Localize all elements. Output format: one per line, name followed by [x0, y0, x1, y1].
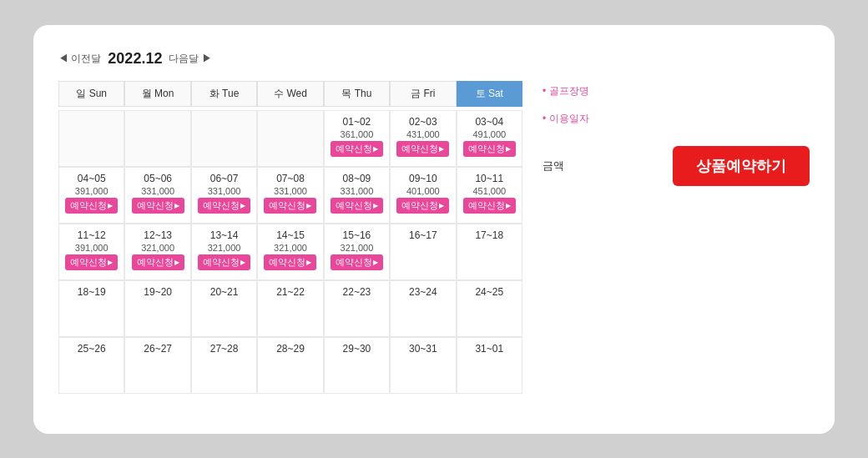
date-range: 13~14: [210, 229, 239, 241]
cal-cell: [124, 110, 190, 167]
date-range: 01~02: [343, 116, 371, 128]
cal-cell: 29~30: [324, 337, 390, 394]
golf-label: 골프장명: [542, 84, 589, 98]
main-card: ◀ 이전달 2022.12 다음달 ▶ 일 Sun 월 Mon 화 Tue 수 …: [33, 25, 835, 434]
date-range: 04~05: [78, 173, 106, 184]
cal-cell: 13~14321,000예약신청: [191, 224, 257, 280]
date-range: 19~20: [144, 286, 172, 298]
booking-btn[interactable]: 예약신청: [65, 254, 118, 270]
date-range: 22~23: [343, 286, 371, 298]
cal-cell: 23~24: [390, 280, 456, 337]
cal-cell: 27~28: [191, 337, 257, 394]
date-range: 10~11: [475, 173, 503, 184]
price: 451,000: [472, 186, 506, 196]
booking-btn[interactable]: 예약신청: [132, 254, 184, 270]
cal-cell: 04~05391,000예약신청: [58, 167, 124, 224]
price: 391,000: [75, 186, 108, 196]
book-btn[interactable]: 상품예약하기: [673, 146, 810, 186]
cal-cell: 26~27: [124, 337, 190, 394]
day-tue: 화 Tue: [191, 81, 257, 107]
cal-cell: 19~20: [124, 280, 190, 337]
month-title: 2022.12: [108, 50, 162, 68]
user-label: 이용일자: [542, 112, 589, 126]
booking-btn[interactable]: 예약신청: [396, 141, 449, 157]
date-range: 07~08: [276, 173, 305, 184]
date-range: 12~13: [144, 229, 172, 241]
cal-cell: 03~04491,000예약신청: [457, 110, 522, 167]
date-range: 06~07: [210, 173, 239, 184]
date-range: 14~15: [276, 229, 305, 241]
date-range: 05~06: [144, 173, 172, 184]
date-range: 23~24: [409, 286, 437, 298]
cal-cell: 24~25: [457, 280, 522, 337]
date-range: 21~22: [276, 286, 305, 298]
cal-cell: 18~19: [58, 280, 124, 337]
cal-cell: 06~07331,000예약신청: [191, 167, 257, 224]
cal-cell: 17~18: [457, 224, 522, 280]
cal-cell: 12~13321,000예약신청: [124, 224, 190, 280]
cal-cell: 25~26: [58, 337, 124, 394]
cal-cell: 02~03431,000예약신청: [390, 110, 456, 167]
cal-cell: 20~21: [191, 280, 257, 337]
day-headers: 일 Sun 월 Mon 화 Tue 수 Wed 목 Thu 금 Fri 토 Sa…: [58, 81, 522, 107]
date-range: 03~04: [475, 116, 503, 128]
booking-btn[interactable]: 예약신청: [198, 198, 250, 214]
cal-cell: 21~22: [257, 280, 323, 337]
price: 491,000: [472, 129, 506, 139]
side-panel: 골프장명 이용일자 금액 상품예약하기: [542, 81, 810, 409]
day-sun: 일 Sun: [58, 81, 124, 107]
price: 401,000: [406, 186, 440, 196]
amount-label: 금액: [542, 159, 576, 174]
date-range: 18~19: [78, 286, 106, 298]
booking-btn[interactable]: 예약신청: [396, 198, 449, 214]
booking-btn[interactable]: 예약신청: [65, 198, 118, 214]
calendar-section: 일 Sun 월 Mon 화 Tue 수 Wed 목 Thu 금 Fri 토 Sa…: [58, 81, 522, 409]
price: 331,000: [208, 186, 241, 196]
date-range: 15~16: [343, 229, 371, 241]
date-range: 08~09: [343, 173, 371, 184]
cal-cell: 01~02361,000예약신청: [324, 110, 390, 167]
date-range: 26~27: [144, 343, 172, 355]
price: 361,000: [341, 129, 374, 139]
cal-cell: 28~29: [257, 337, 323, 394]
booking-btn[interactable]: 예약신청: [463, 141, 516, 157]
cal-cell: 22~23: [324, 280, 390, 337]
date-range: 16~17: [409, 229, 437, 241]
cal-cell: 15~16321,000예약신청: [324, 224, 390, 280]
cal-cell: 07~08331,000예약신청: [257, 167, 323, 224]
price: 321,000: [208, 243, 241, 253]
booking-btn[interactable]: 예약신청: [331, 254, 383, 270]
booking-btn[interactable]: 예약신청: [264, 254, 316, 270]
user-row: 이용일자: [542, 112, 810, 126]
cal-cell: 09~10401,000예약신청: [390, 167, 456, 224]
price: 331,000: [274, 186, 307, 196]
price: 321,000: [141, 243, 174, 253]
date-range: 27~28: [210, 343, 239, 355]
main-content: 일 Sun 월 Mon 화 Tue 수 Wed 목 Thu 금 Fri 토 Sa…: [58, 81, 810, 409]
amount-row: 금액 상품예약하기: [542, 146, 810, 186]
cal-cell: 14~15321,000예약신청: [257, 224, 323, 280]
top-nav: ◀ 이전달 2022.12 다음달 ▶: [58, 50, 810, 68]
booking-btn[interactable]: 예약신청: [198, 254, 250, 270]
booking-btn[interactable]: 예약신청: [132, 198, 184, 214]
price: 321,000: [341, 243, 374, 253]
price: 331,000: [141, 186, 174, 196]
day-mon: 월 Mon: [124, 81, 190, 107]
booking-btn[interactable]: 예약신청: [331, 141, 383, 157]
price: 321,000: [274, 243, 307, 253]
cal-cell: 11~12391,000예약신청: [58, 224, 124, 280]
booking-btn[interactable]: 예약신청: [463, 198, 516, 214]
cal-cell: 05~06331,000예약신청: [124, 167, 190, 224]
date-range: 25~26: [78, 343, 106, 355]
date-range: 31~01: [475, 343, 503, 355]
prev-month-btn[interactable]: ◀ 이전달: [58, 52, 101, 66]
next-month-btn[interactable]: 다음달 ▶: [169, 52, 211, 66]
cal-cell: [257, 110, 323, 167]
day-thu: 목 Thu: [324, 81, 390, 107]
date-range: 28~29: [276, 343, 305, 355]
cal-cell: 10~11451,000예약신청: [457, 167, 522, 224]
booking-btn[interactable]: 예약신청: [264, 198, 316, 214]
cal-cell: 08~09331,000예약신청: [324, 167, 390, 224]
cal-cell: 16~17: [390, 224, 456, 280]
booking-btn[interactable]: 예약신청: [331, 198, 383, 214]
